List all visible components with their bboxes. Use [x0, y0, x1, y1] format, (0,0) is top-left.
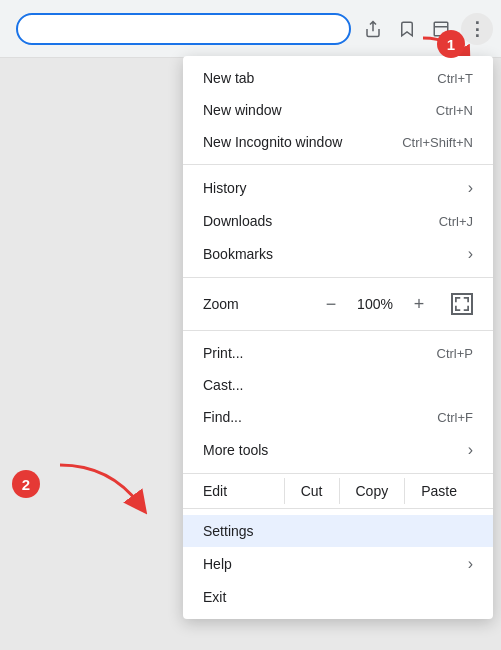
- menu-section-history: History › Downloads Ctrl+J Bookmarks ›: [183, 165, 493, 278]
- cut-button[interactable]: Cut: [284, 478, 339, 504]
- zoom-controls: − 100% +: [317, 290, 473, 318]
- menu-item-new-tab[interactable]: New tab Ctrl+T: [183, 62, 493, 94]
- paste-button[interactable]: Paste: [404, 478, 473, 504]
- menu-item-history[interactable]: History ›: [183, 171, 493, 205]
- menu-item-help[interactable]: Help ›: [183, 547, 493, 581]
- bookmark-icon[interactable]: [393, 15, 421, 43]
- menu-item-new-incognito[interactable]: New Incognito window Ctrl+Shift+N: [183, 126, 493, 158]
- zoom-value: 100%: [355, 296, 395, 312]
- menu-item-exit[interactable]: Exit: [183, 581, 493, 613]
- menu-item-find[interactable]: Find... Ctrl+F: [183, 401, 493, 433]
- menu-item-downloads[interactable]: Downloads Ctrl+J: [183, 205, 493, 237]
- zoom-out-button[interactable]: −: [317, 290, 345, 318]
- edit-row: Edit Cut Copy Paste: [183, 474, 493, 509]
- menu-item-cast[interactable]: Cast...: [183, 369, 493, 401]
- menu-item-bookmarks[interactable]: Bookmarks ›: [183, 237, 493, 271]
- copy-button[interactable]: Copy: [339, 478, 405, 504]
- menu-item-settings[interactable]: Settings: [183, 515, 493, 547]
- menu-section-print: Print... Ctrl+P Cast... Find... Ctrl+F M…: [183, 331, 493, 474]
- zoom-row: Zoom − 100% +: [183, 284, 493, 324]
- menu-section-new: New tab Ctrl+T New window Ctrl+N New Inc…: [183, 56, 493, 165]
- menu-item-more-tools[interactable]: More tools ›: [183, 433, 493, 467]
- chrome-menu-button[interactable]: ⋮: [461, 13, 493, 45]
- menu-section-zoom: Zoom − 100% +: [183, 278, 493, 331]
- address-bar[interactable]: [16, 13, 351, 45]
- step-badge-1: 1: [437, 30, 465, 58]
- menu-item-print[interactable]: Print... Ctrl+P: [183, 337, 493, 369]
- step-badge-2: 2: [12, 470, 40, 498]
- menu-item-new-window[interactable]: New window Ctrl+N: [183, 94, 493, 126]
- chrome-menu-dropdown: New tab Ctrl+T New window Ctrl+N New Inc…: [183, 56, 493, 619]
- toolbar-icons: ⋮: [359, 13, 493, 45]
- zoom-in-button[interactable]: +: [405, 290, 433, 318]
- share-icon[interactable]: [359, 15, 387, 43]
- fullscreen-button[interactable]: [451, 293, 473, 315]
- arrow-2: [30, 450, 170, 530]
- browser-toolbar: ⋮: [0, 0, 501, 58]
- menu-section-settings: Settings Help › Exit: [183, 509, 493, 619]
